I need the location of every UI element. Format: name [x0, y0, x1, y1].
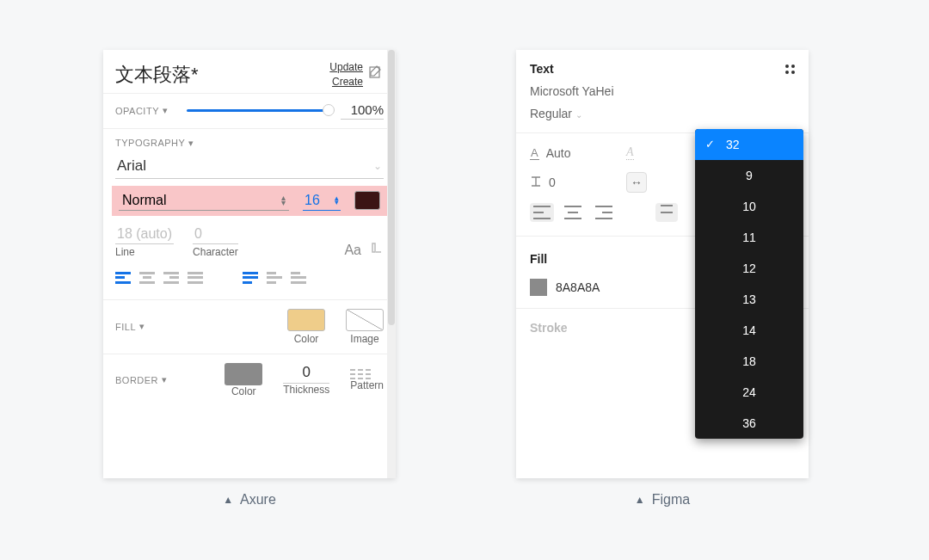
font-size-option[interactable]: 14 — [695, 315, 803, 346]
opacity-value-input[interactable]: 100% — [341, 102, 384, 120]
chevron-down-icon: ⌄ — [373, 160, 382, 172]
stepper-icon: ▴▾ — [335, 196, 339, 205]
update-style-link[interactable]: Update — [329, 60, 363, 75]
style-actions: Update Create — [329, 60, 384, 89]
triangle-up-icon: ▲ — [223, 494, 233, 506]
font-weight-value: Normal — [122, 193, 167, 208]
fill-image-label: Image — [346, 333, 384, 345]
edit-style-icon[interactable] — [368, 65, 384, 84]
font-size-option[interactable]: 9 — [695, 160, 803, 191]
letter-spacing-icon: A — [626, 145, 634, 160]
border-color-label: Color — [225, 385, 262, 397]
font-size-input[interactable]: 16 ▴▾ — [303, 191, 341, 211]
chevron-down-icon: ▾ — [163, 105, 169, 116]
fill-color-swatch[interactable] — [287, 309, 325, 331]
vertical-align-top-button[interactable] — [655, 203, 678, 222]
axure-caption: ▲Axure — [223, 492, 276, 508]
fill-image-swatch[interactable] — [346, 309, 384, 331]
fill-section-title: Fill — [530, 252, 547, 266]
line-spacing-label: Line — [115, 246, 174, 258]
font-size-option[interactable]: 18 — [695, 346, 803, 377]
vertical-align-bottom-button[interactable] — [291, 272, 306, 284]
text-align-left-button[interactable] — [530, 203, 554, 222]
font-size-option[interactable]: 36 — [695, 408, 803, 439]
opacity-slider[interactable] — [187, 109, 329, 112]
font-weight-select[interactable]: Regular ⌄ — [530, 107, 582, 120]
line-height-icon: A — [530, 146, 539, 160]
create-style-link[interactable]: Create — [329, 75, 363, 89]
paragraph-spacing-value: 0 — [549, 175, 556, 189]
font-size-dropdown: 3291011121314182436 — [695, 129, 803, 439]
font-size-option[interactable]: 11 — [695, 222, 803, 253]
paragraph-spacing-input[interactable]: 0 — [530, 172, 607, 193]
font-color-swatch[interactable] — [354, 191, 380, 210]
figma-panel: Text Microsoft YaHei Regular ⌄ A Auto A — [516, 50, 809, 478]
line-height-value: Auto — [546, 146, 571, 160]
font-family-select[interactable]: Arial ⌄ — [115, 154, 384, 179]
border-thickness-input[interactable]: 0 — [283, 364, 329, 384]
font-family-select[interactable]: Microsoft YaHei — [516, 84, 809, 107]
figma-caption: ▲Figma — [635, 492, 690, 508]
text-align-right-button[interactable] — [592, 203, 616, 222]
border-section-label[interactable]: BORDER ▾ — [115, 374, 168, 385]
opacity-section-label[interactable]: OPACITY ▾ — [115, 105, 168, 116]
letter-spacing-input[interactable]: A — [626, 145, 704, 160]
auto-width-button[interactable]: ↔ — [626, 172, 647, 193]
character-spacing-label: Character — [193, 246, 238, 258]
font-size-option[interactable]: 32 — [695, 129, 803, 160]
line-height-input[interactable]: A Auto — [530, 145, 607, 160]
font-size-option[interactable]: 24 — [695, 377, 803, 408]
style-picker-icon[interactable] — [785, 65, 795, 74]
text-align-center-button[interactable] — [561, 203, 585, 222]
text-align-right-button[interactable] — [163, 272, 179, 284]
text-align-left-button[interactable] — [115, 272, 131, 284]
line-spacing-input[interactable]: 18 (auto) — [115, 226, 174, 244]
axure-panel: 文本段落* Update Create OPACITY ▾ — [103, 50, 396, 478]
font-size-option[interactable]: 13 — [695, 284, 803, 315]
font-family-value: Arial — [117, 157, 146, 175]
border-pattern-label: Pattern — [350, 379, 384, 391]
font-size-option[interactable]: 10 — [695, 191, 803, 222]
border-color-swatch[interactable] — [225, 363, 262, 385]
vertical-align-middle-button[interactable] — [267, 272, 282, 284]
fill-color-swatch[interactable] — [530, 279, 547, 296]
stepper-icon: ▴▾ — [281, 195, 286, 206]
text-options-icon[interactable] — [370, 241, 384, 258]
chevron-down-icon: ▾ — [188, 138, 194, 149]
widget-style-name[interactable]: 文本段落* — [115, 62, 199, 88]
scrollbar[interactable] — [387, 50, 396, 478]
chevron-down-icon: ⌄ — [575, 110, 582, 120]
chevron-down-icon: ▾ — [139, 321, 145, 332]
fill-color-label: Color — [287, 333, 325, 345]
text-align-justify-button[interactable] — [188, 272, 203, 284]
highlighted-row: Normal ▴▾ 16 ▴▾ — [112, 186, 387, 216]
font-weight-select[interactable]: Normal ▴▾ — [119, 191, 289, 211]
font-size-value: 16 — [305, 193, 320, 208]
font-size-option[interactable]: 12 — [695, 253, 803, 284]
text-section-title: Text — [530, 62, 554, 76]
stroke-section-title: Stroke — [530, 321, 568, 341]
text-case-icon[interactable]: Aa — [344, 243, 361, 258]
paragraph-spacing-icon — [530, 175, 542, 190]
border-thickness-label: Thickness — [283, 384, 329, 396]
fill-section-label[interactable]: FILL ▾ — [115, 321, 145, 332]
triangle-up-icon: ▲ — [635, 494, 645, 506]
character-spacing-input[interactable]: 0 — [193, 226, 238, 244]
text-align-center-button[interactable] — [139, 272, 155, 284]
border-pattern-button[interactable] — [350, 369, 371, 379]
chevron-down-icon: ▾ — [162, 374, 168, 385]
vertical-align-top-button[interactable] — [243, 272, 258, 284]
typography-section-label[interactable]: TYPOGRAPHY ▾ — [115, 138, 384, 149]
